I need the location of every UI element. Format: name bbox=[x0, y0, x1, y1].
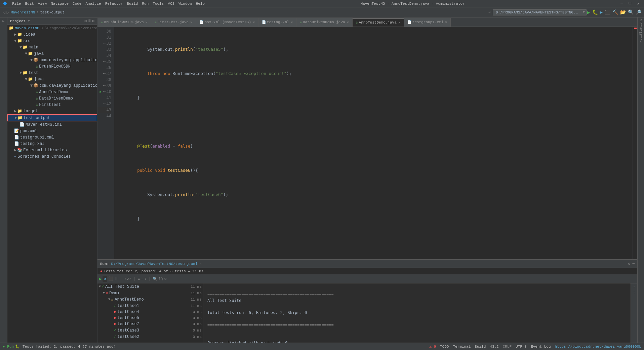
run-item-testcase3[interactable]: ✓ testCase3 0 ms bbox=[97, 327, 203, 334]
tree-item-pkg-test[interactable]: ▼ 📦 com.davieyang.application bbox=[7, 82, 97, 89]
tree-item-java-main[interactable]: ▼ 📁 java bbox=[7, 50, 97, 57]
tree-item-datadrivendemo[interactable]: ☕ DataDrivenDemo bbox=[7, 95, 97, 102]
build-button[interactable]: 🔨 bbox=[612, 9, 618, 15]
sort-alpha-btn[interactable]: AZ bbox=[127, 277, 131, 281]
project-tool-btn[interactable]: P bbox=[1, 19, 6, 23]
run-item-testcase2[interactable]: ✓ testCase2 0 ms bbox=[97, 334, 203, 340]
stop-btn[interactable]: ⬛ bbox=[108, 276, 113, 281]
terminal-btn[interactable]: Terminal bbox=[453, 345, 471, 349]
todo-btn[interactable]: TODO bbox=[440, 345, 449, 349]
run-item-class[interactable]: ▼ ⚠ AnnoTestDemo 11 ms bbox=[97, 296, 203, 303]
search-everywhere[interactable]: 🔎 bbox=[636, 9, 641, 15]
run-item-testcase5[interactable]: ● testCase5 0 ms bbox=[97, 315, 203, 321]
run-item-demo[interactable]: ▼ ✕ Demo 11 ms bbox=[97, 290, 203, 296]
run-item-all-suite[interactable]: ▼ ✓ All Test Suite 11 ms bbox=[97, 283, 203, 290]
event-log-btn[interactable]: Event Log bbox=[531, 345, 551, 349]
menu-run[interactable]: Run bbox=[140, 2, 151, 6]
tab-close-icon[interactable]: ✕ bbox=[291, 20, 293, 24]
tab-brushflow[interactable]: ☕ BrushFlowCSDN.java ✕ bbox=[97, 18, 151, 27]
tab-close-icon[interactable]: ✕ bbox=[253, 20, 255, 24]
tab-close-icon[interactable]: ✕ bbox=[146, 20, 148, 24]
problems-btn[interactable]: ⚠ 6 bbox=[429, 344, 436, 349]
run-item-testcase7[interactable]: ● testCase7 0 ms bbox=[97, 321, 203, 327]
toolbar-more1[interactable]: 📂 bbox=[620, 9, 626, 15]
menu-file[interactable]: File bbox=[10, 2, 23, 6]
minimize-button[interactable]: ─ bbox=[618, 1, 625, 6]
pause-btn[interactable]: ⏸ bbox=[114, 276, 118, 281]
sidebar-settings[interactable]: ⚙ bbox=[84, 18, 87, 24]
tab-close-icon[interactable]: ✕ bbox=[190, 20, 192, 24]
export-btn[interactable]: ⤴ bbox=[158, 277, 160, 281]
minimize-panel-icon[interactable]: ─ bbox=[632, 262, 635, 266]
sidebar-expand[interactable]: ≡ bbox=[88, 18, 91, 24]
stop-button[interactable]: ⬛ bbox=[605, 9, 610, 15]
menu-tools[interactable]: Tools bbox=[151, 2, 166, 6]
close-button[interactable]: ✕ bbox=[635, 1, 641, 6]
tree-item-maventestng-iml[interactable]: 📄 MavenTestNG.iml bbox=[7, 121, 97, 128]
menu-edit[interactable]: Edit bbox=[23, 2, 36, 6]
build-btn[interactable]: Build bbox=[475, 345, 486, 349]
tab-close-icon[interactable]: ✕ bbox=[398, 21, 400, 25]
tree-item-firsttest[interactable]: ☕ FirstTest bbox=[7, 102, 97, 108]
settings-icon[interactable]: ⚙ bbox=[628, 262, 631, 266]
menu-analyze[interactable]: Analyze bbox=[83, 2, 103, 6]
tree-item-java-test[interactable]: ▼ 📁 java bbox=[7, 76, 97, 82]
magnify-btn[interactable]: 🔍 bbox=[153, 277, 157, 281]
toolbar-more2[interactable]: 🔍 bbox=[628, 9, 634, 15]
run-with-coverage-button[interactable]: ▶ bbox=[600, 9, 603, 15]
breadcrumb-item[interactable]: test-output bbox=[40, 10, 65, 14]
play-btn[interactable]: ▶ bbox=[99, 276, 102, 282]
tree-item-test-output[interactable]: ▼ 📁 test-output bbox=[7, 114, 97, 121]
code-editor[interactable]: 30 31 ╌32 33 34 ╌35 36 ╌37 38 ╌39 ▶╌40 4… bbox=[97, 27, 637, 259]
tab-testgroup1[interactable]: 📄 testgroup1.xml ✕ bbox=[404, 18, 451, 27]
tree-item-testng-xml[interactable]: 📄 testng.xml bbox=[7, 141, 97, 147]
run-status-btn[interactable]: ▶ Run bbox=[3, 344, 14, 349]
tab-close-icon[interactable]: ✕ bbox=[445, 20, 447, 24]
down-scroll-btn[interactable]: ↓ bbox=[633, 290, 635, 294]
tree-item-test[interactable]: ▼ 📁 test bbox=[7, 70, 97, 76]
tab-datadrivendemo[interactable]: ☕ DataDrivenDemo.java ✕ bbox=[296, 18, 352, 27]
forward-icon[interactable]: ▷ bbox=[7, 10, 9, 15]
tab-annotestdemo[interactable]: ☕ AnnoTestDemo.java ✕ bbox=[353, 18, 404, 27]
tab-testng[interactable]: 📄 testng.xml ✕ bbox=[258, 18, 296, 27]
tree-item-maventestng[interactable]: 📁 MavenTestNG D:\Programs\Java\MavenTest… bbox=[7, 25, 97, 31]
tree-item-target[interactable]: ▶ 📁 target bbox=[7, 108, 97, 114]
run-path-close[interactable]: ✕ bbox=[200, 262, 202, 266]
tree-item-annotestdemo[interactable]: ☕ AnnoTestDemo bbox=[7, 89, 97, 95]
tree-item-scratches[interactable]: ✏️ Scratches and Consoles bbox=[7, 153, 97, 160]
run-button[interactable]: ▶ bbox=[587, 9, 590, 16]
tree-item-pkg-main[interactable]: ▼ 📦 com.davieyang.application bbox=[7, 57, 97, 63]
menu-view[interactable]: View bbox=[36, 2, 49, 6]
menu-window[interactable]: Window bbox=[176, 2, 194, 6]
down-btn[interactable]: ↓ bbox=[144, 277, 147, 281]
code-content[interactable]: System.out.println("testCase5"); throw n… bbox=[114, 27, 633, 259]
tree-item-ext-libs[interactable]: ▶ 📚 External Libraries bbox=[7, 147, 97, 153]
sidebar-gear[interactable]: ⚙ bbox=[92, 18, 94, 24]
sort-btn[interactable]: ↕ bbox=[124, 277, 126, 281]
menu-help[interactable]: Help bbox=[194, 2, 207, 6]
import-btn[interactable]: ⤵ bbox=[161, 277, 163, 281]
menu-build[interactable]: Build bbox=[125, 2, 140, 6]
tree-item-pom[interactable]: 📝 pom.xml bbox=[7, 128, 97, 134]
maximize-button[interactable]: □ bbox=[627, 1, 633, 6]
run-path[interactable]: D:/Programs/Java/MavenTestNG/testng.xml bbox=[111, 262, 197, 266]
menu-vcs[interactable]: VCS bbox=[166, 2, 176, 6]
tree-item-src[interactable]: ▼ 📁 src bbox=[7, 38, 97, 44]
tab-close-icon[interactable]: ✕ bbox=[347, 20, 349, 24]
tree-item-brushflow[interactable]: ☕ BrushFlowCSDN bbox=[7, 63, 97, 70]
tree-item-main[interactable]: ▼ 📁 main bbox=[7, 44, 97, 50]
tab-pom[interactable]: 📄 pom.xml (MavenTestNG) ✕ bbox=[196, 18, 258, 27]
run-config-dropdown[interactable]: D:/PROGRAMS/JAVA/MAVENTESTNG/TESTNG.XML bbox=[493, 9, 587, 15]
menu-refactor[interactable]: Refactor bbox=[103, 2, 125, 6]
tab-firsttest[interactable]: ☕ FirstTest.java ✕ bbox=[151, 18, 196, 27]
filter-btn[interactable]: ⚙ bbox=[164, 277, 167, 281]
debug-status-btn[interactable]: 🐛 bbox=[15, 344, 20, 349]
back-icon[interactable]: ◁ bbox=[3, 10, 5, 15]
menu-code[interactable]: Code bbox=[71, 2, 83, 6]
up-btn[interactable]: ↑ bbox=[141, 277, 143, 281]
menu-navigate[interactable]: Navigate bbox=[49, 2, 71, 6]
rerun-failed-btn[interactable]: ↺ bbox=[103, 276, 107, 282]
tree-item-idea[interactable]: ▶ 📁 .idea bbox=[7, 31, 97, 38]
tool-btn-1[interactable]: Notifications bbox=[639, 19, 643, 42]
url-link[interactable]: https://blog.csdn.net/dawei_yang000000b bbox=[555, 345, 641, 349]
